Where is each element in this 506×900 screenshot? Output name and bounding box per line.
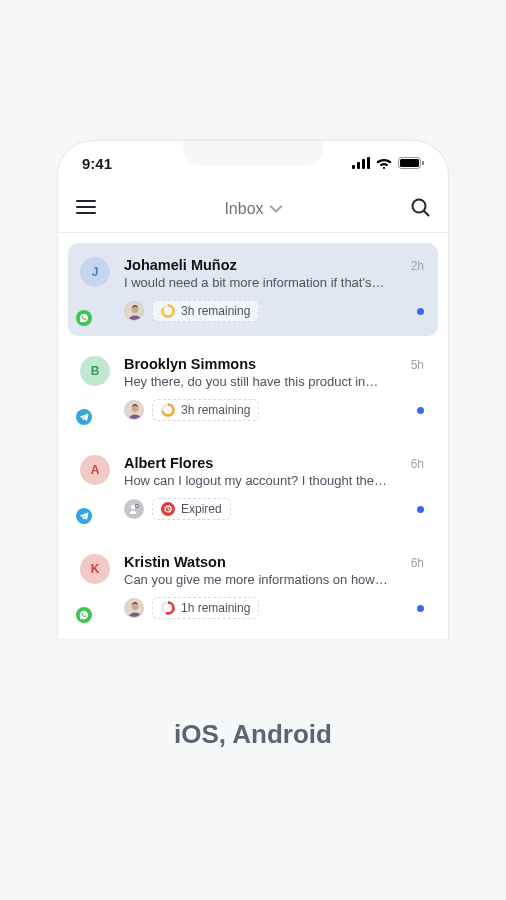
conversation-list: JJohameli Muñoz2hI would need a bit more… — [58, 233, 448, 633]
contact-avatar: K — [80, 554, 110, 584]
sla-ring-icon — [161, 403, 175, 417]
svg-rect-8 — [76, 206, 96, 208]
contact-avatar: A — [80, 455, 110, 485]
sla-pill: Expired — [152, 498, 231, 520]
search-icon — [410, 197, 430, 217]
meta-row: 1h remaining — [124, 597, 424, 619]
conversation-content: Johameli Muñoz2hI would need a bit more … — [124, 257, 424, 322]
inbox-selector[interactable]: Inbox — [224, 200, 281, 218]
status-bar: 9:41 — [58, 141, 448, 185]
nav-bar: Inbox — [58, 185, 448, 233]
unread-dot — [417, 308, 424, 315]
unassigned-avatar — [124, 499, 144, 519]
hamburger-icon — [76, 200, 96, 214]
svg-rect-7 — [76, 200, 96, 202]
meta-row: 3h remaining — [124, 300, 424, 322]
sla-pill: 1h remaining — [152, 597, 259, 619]
svg-rect-1 — [357, 162, 360, 169]
battery-icon — [398, 157, 424, 169]
sla-pill: 3h remaining — [152, 399, 259, 421]
message-preview: Hey there, do you still have this produc… — [124, 374, 424, 389]
meta-row: 3h remaining — [124, 399, 424, 421]
conversation-content: Albert Flores6hHow can I logout my accou… — [124, 455, 424, 520]
svg-point-16 — [131, 505, 135, 509]
svg-rect-0 — [352, 165, 355, 169]
add-assignee-icon — [128, 503, 140, 515]
whatsapp-icon — [76, 310, 92, 326]
telegram-icon — [76, 409, 92, 425]
timestamp: 6h — [411, 457, 424, 471]
sla-label: 3h remaining — [181, 403, 250, 417]
sla-label: 3h remaining — [181, 304, 250, 318]
svg-rect-9 — [76, 212, 96, 214]
menu-button[interactable] — [76, 200, 96, 218]
expired-icon — [161, 502, 175, 516]
notch — [183, 141, 323, 165]
avatar-wrap: B — [80, 356, 112, 421]
svg-rect-3 — [367, 157, 370, 169]
conversation-item[interactable]: BBrooklyn Simmons5hHey there, do you sti… — [68, 342, 438, 435]
sla-label: 1h remaining — [181, 601, 250, 615]
conversation-item[interactable]: KKristin Watson6hCan you give me more in… — [68, 540, 438, 633]
assignee-avatar — [124, 598, 144, 618]
unread-dot — [417, 506, 424, 513]
avatar-wrap: A — [80, 455, 112, 520]
sla-ring-icon — [161, 304, 175, 318]
timestamp: 6h — [411, 556, 424, 570]
status-time: 9:41 — [82, 155, 112, 172]
sla-ring-icon — [161, 601, 175, 615]
svg-rect-6 — [422, 161, 424, 165]
conversation-item[interactable]: JJohameli Muñoz2hI would need a bit more… — [68, 243, 438, 336]
svg-rect-2 — [362, 159, 365, 169]
message-preview: Can you give me more informations on how… — [124, 572, 424, 587]
conversation-content: Brooklyn Simmons5hHey there, do you stil… — [124, 356, 424, 421]
avatar-initial: J — [92, 265, 99, 279]
wifi-icon — [376, 157, 392, 169]
contact-name: Brooklyn Simmons — [124, 356, 256, 372]
contact-name: Kristin Watson — [124, 554, 226, 570]
avatar-initial: K — [91, 562, 100, 576]
message-preview: How can I logout my account? I thought t… — [124, 473, 424, 488]
unread-dot — [417, 407, 424, 414]
whatsapp-icon — [76, 607, 92, 623]
caption-label: iOS, Android — [174, 719, 332, 750]
conversation-item[interactable]: AAlbert Flores6hHow can I logout my acco… — [68, 441, 438, 534]
contact-avatar: J — [80, 257, 110, 287]
avatar-initial: A — [91, 463, 100, 477]
sla-pill: 3h remaining — [152, 300, 259, 322]
phone-frame: 9:41 Inbox JJohameli Muñoz2hI would need… — [57, 140, 449, 639]
chevron-down-icon — [270, 205, 282, 213]
contact-avatar: B — [80, 356, 110, 386]
avatar-wrap: K — [80, 554, 112, 619]
status-icons — [352, 157, 424, 169]
cellular-icon — [352, 157, 370, 169]
meta-row: Expired — [124, 498, 424, 520]
assignee-avatar — [124, 400, 144, 420]
search-button[interactable] — [410, 197, 430, 221]
contact-name: Johameli Muñoz — [124, 257, 237, 273]
message-preview: I would need a bit more information if t… — [124, 275, 424, 290]
assignee-avatar — [124, 301, 144, 321]
contact-name: Albert Flores — [124, 455, 213, 471]
avatar-wrap: J — [80, 257, 112, 322]
unread-dot — [417, 605, 424, 612]
svg-rect-5 — [400, 159, 419, 167]
nav-title-label: Inbox — [224, 200, 263, 218]
timestamp: 5h — [411, 358, 424, 372]
avatar-initial: B — [91, 364, 100, 378]
svg-line-11 — [424, 211, 429, 216]
conversation-content: Kristin Watson6hCan you give me more inf… — [124, 554, 424, 619]
telegram-icon — [76, 508, 92, 524]
timestamp: 2h — [411, 259, 424, 273]
sla-label: Expired — [181, 502, 222, 516]
